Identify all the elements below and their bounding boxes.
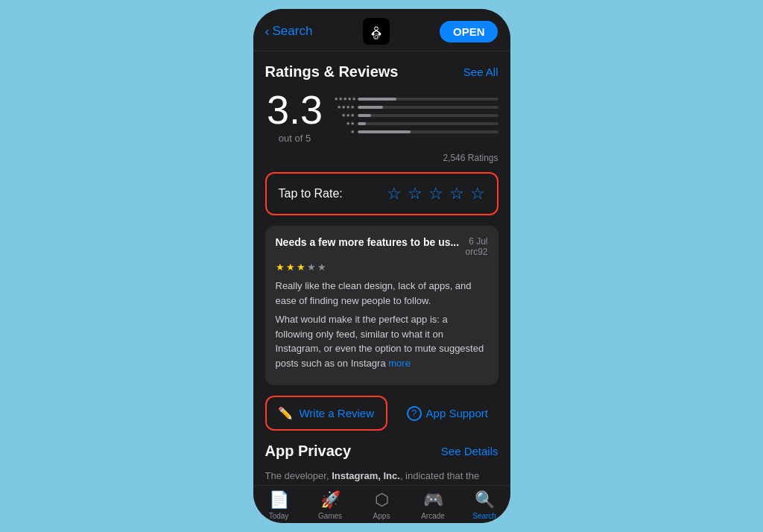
app-support-button[interactable]: ? App Support <box>396 396 498 431</box>
tap-to-rate-box[interactable]: Tap to Rate: ☆ ☆ ☆ ☆ ☆ <box>265 172 498 215</box>
app-header: ‹ Search @ OPEN <box>253 9 510 51</box>
action-buttons: ✏️ Write a Review ? App Support <box>265 396 498 431</box>
app-support-label: App Support <box>426 407 488 419</box>
tab-apps[interactable]: ⬡ Apps <box>356 490 408 520</box>
app-logo: @ <box>363 18 390 45</box>
tab-search[interactable]: 🔍 Search <box>459 490 510 520</box>
review-date: 6 Jul <box>465 236 487 247</box>
tab-today[interactable]: 📄 Today <box>253 490 305 520</box>
review-body-1: Really like the clean design, lack of ap… <box>276 279 488 308</box>
rating-bars: ★★★★★ ★★★★ ★★★ ★★ ★ <box>334 96 498 137</box>
review-stars: ★ ★ ★ ★ ★ <box>276 262 488 273</box>
tab-today-label: Today <box>269 512 289 520</box>
back-button[interactable]: ‹ Search <box>265 24 313 39</box>
privacy-header: App Privacy See Details <box>265 443 498 460</box>
rating-stars-input[interactable]: ☆ ☆ ☆ ☆ ☆ <box>387 184 485 203</box>
tab-search-label: Search <box>472 512 496 520</box>
big-rating: 3.3 out of 5 <box>265 89 325 144</box>
star-4[interactable]: ☆ <box>449 184 464 203</box>
tab-games-label: Games <box>318 512 342 520</box>
review-star-3: ★ <box>297 262 305 273</box>
svg-text:@: @ <box>373 33 379 39</box>
ratings-header: Ratings & Reviews See All <box>265 63 498 80</box>
review-body-2: What would make it the perfect app is: a… <box>276 312 488 370</box>
review-user: orc92 <box>465 247 487 257</box>
bar-row-4: ★★★★ <box>334 104 498 110</box>
bar-row-5: ★★★★★ <box>334 96 498 102</box>
star-3[interactable]: ☆ <box>428 184 443 203</box>
see-details-link[interactable]: See Details <box>441 445 498 457</box>
apps-icon: ⬡ <box>375 490 389 510</box>
out-of-label: out of 5 <box>265 133 325 144</box>
phone-frame: ‹ Search @ OPEN Ratings & Reviews See Al… <box>253 9 510 523</box>
search-icon: 🔍 <box>475 490 495 510</box>
bar-row-2: ★★ <box>334 121 498 127</box>
review-star-4: ★ <box>307 262 316 273</box>
rating-overview: 3.3 out of 5 ★★★★★ ★★★★ ★★★ ★★ <box>265 89 498 144</box>
tab-arcade[interactable]: 🎮 Arcade <box>408 490 459 520</box>
today-icon: 📄 <box>269 490 289 510</box>
open-button[interactable]: OPEN <box>440 21 498 42</box>
edit-icon: ✏️ <box>278 406 293 420</box>
review-star-1: ★ <box>276 262 285 273</box>
bar-row-1: ★ <box>334 129 498 135</box>
star-1[interactable]: ☆ <box>387 184 402 203</box>
ratings-title: Ratings & Reviews <box>265 63 399 80</box>
bar-row-3: ★★★ <box>334 113 498 118</box>
back-label: Search <box>273 24 313 39</box>
review-header: Needs a few more features to be us... 6 … <box>276 236 488 257</box>
review-card: Needs a few more features to be us... 6 … <box>265 226 498 385</box>
tab-apps-label: Apps <box>373 512 390 520</box>
review-title: Needs a few more features to be us... <box>276 236 466 248</box>
review-star-2: ★ <box>286 262 295 273</box>
tap-rate-label: Tap to Rate: <box>279 187 343 200</box>
tab-arcade-label: Arcade <box>421 512 445 520</box>
star-2[interactable]: ☆ <box>408 184 422 203</box>
rating-number: 3.3 <box>265 89 325 130</box>
chevron-left-icon: ‹ <box>265 24 270 39</box>
privacy-text: The developer, Instagram, Inc., indicate… <box>265 469 498 485</box>
star-5[interactable]: ☆ <box>470 184 485 203</box>
review-star-5: ★ <box>317 262 326 273</box>
see-all-link[interactable]: See All <box>463 66 498 78</box>
svg-point-1 <box>375 28 378 31</box>
privacy-section: App Privacy See Details The developer, I… <box>265 443 498 485</box>
privacy-title: App Privacy <box>265 443 352 460</box>
content-area: Ratings & Reviews See All 3.3 out of 5 ★… <box>253 51 510 485</box>
brand-name: Instagram, Inc. <box>332 470 400 481</box>
question-icon: ? <box>407 406 422 421</box>
write-review-label: Write a Review <box>299 407 374 419</box>
arcade-icon: 🎮 <box>423 490 443 510</box>
rating-count: 2,546 Ratings <box>265 153 498 163</box>
tab-games[interactable]: 🚀 Games <box>305 490 356 520</box>
games-icon: 🚀 <box>320 490 341 510</box>
more-link[interactable]: more <box>388 358 411 369</box>
tab-bar: 📄 Today 🚀 Games ⬡ Apps 🎮 Arcade 🔍 Search <box>253 485 510 523</box>
write-review-button[interactable]: ✏️ Write a Review <box>265 396 388 431</box>
